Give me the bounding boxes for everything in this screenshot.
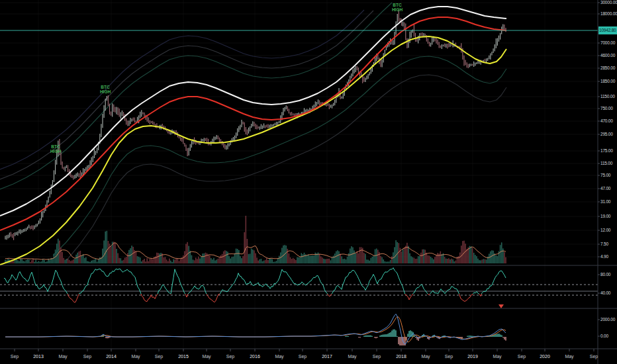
time-axis-label: May [58, 354, 67, 359]
price-axis-label: 470.00 [600, 118, 613, 123]
price-axis-label: 750.00 [600, 106, 613, 111]
time-axis-label: Sep [226, 354, 234, 359]
price-axis-label: 7000.00 [600, 40, 615, 45]
time-axis-label: May [493, 354, 501, 359]
time-axis-label: May [421, 354, 430, 359]
main-price-pane[interactable] [0, 0, 598, 265]
last-price-tag: 10942.80 [598, 26, 617, 34]
time-axis-label: Sep [83, 354, 91, 359]
macd-axis-label: 0.00 [600, 334, 608, 338]
price-axis-label: 47.00 [600, 186, 610, 191]
price-axis-label: 115.00 [600, 161, 612, 165]
oscillator-axis-label: 40.00 [600, 291, 610, 295]
time-axis-label: Sep [373, 354, 381, 359]
oscillator-pane[interactable] [0, 266, 598, 308]
price-axis-label: 75.00 [600, 173, 610, 177]
time-axis-label: May [565, 354, 573, 359]
time-axis-label: 2016 [250, 354, 260, 359]
time-axis-label: 2017 [322, 354, 332, 359]
time-axis-label: Sep [155, 354, 163, 359]
price-axis-label: 7.50 [600, 242, 608, 246]
btc-high-label: BTC HIGH [50, 144, 61, 154]
time-axis-label: May [348, 354, 356, 359]
price-axis-label: 1150.00 [600, 94, 615, 99]
time-axis-label: Sep [518, 354, 526, 359]
price-axis-label: 31.00 [600, 199, 610, 204]
time-axis-label: May [202, 354, 211, 359]
price-axis-label: 295.00 [600, 132, 613, 136]
price-axis-label: 1850.00 [600, 79, 615, 83]
time-axis-label: Sep [299, 354, 307, 359]
price-axis-label: 175.00 [600, 148, 613, 153]
time-axis-label: May [275, 354, 283, 359]
price-axis-label: 2850.00 [600, 66, 615, 70]
price-axis-label: 4600.00 [600, 53, 615, 58]
time-axis-label: Sep [445, 354, 453, 359]
time-axis-label: 2015 [178, 354, 189, 359]
time-axis-label: 2013 [33, 354, 44, 359]
macd-pane[interactable] [0, 309, 598, 349]
btc-high-label: BTC HIGH [392, 3, 403, 12]
time-axis-label: May [131, 354, 140, 359]
macd-axis-label: 2000.00 [600, 317, 615, 322]
time-axis-label: 2020 [540, 354, 550, 359]
time-axis-label: 2018 [396, 354, 406, 359]
price-axis-label: 19.00 [600, 214, 610, 218]
price-axis-label: 4.90 [600, 254, 608, 259]
chart-root: 10942.80 30000.0018000.007000.004600.002… [0, 0, 617, 364]
time-axis-label: Sep [590, 354, 598, 359]
oscillator-axis-label: 80.00 [600, 272, 610, 277]
time-axis-label: 2014 [106, 354, 117, 359]
price-axis-label: 18000.00 [600, 11, 617, 16]
price-axis-label: 30000.00 [600, 0, 617, 5]
price-axis-label: 12.00 [600, 228, 610, 232]
pane-divider-oscillator-macd[interactable] [0, 308, 598, 310]
pane-divider-main-oscillator[interactable] [0, 265, 598, 267]
btc-high-label: BTC HIGH [100, 85, 111, 94]
time-axis-label: 2019 [467, 354, 478, 359]
time-axis-label: Sep [11, 354, 19, 359]
